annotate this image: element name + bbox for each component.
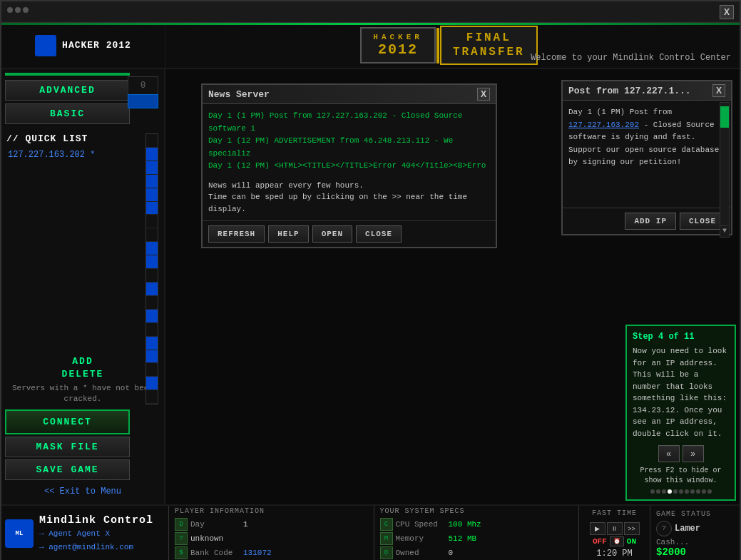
app-icon xyxy=(35,35,56,56)
scroll-seg-6 xyxy=(146,202,158,215)
scroll-seg-12 xyxy=(146,282,158,296)
delete-label: DELETE xyxy=(62,369,104,380)
post-popup-close-button[interactable]: X xyxy=(712,84,725,97)
news-item-2[interactable]: Day 1 (12 PM) ADVERTISEMENT from 46.248.… xyxy=(208,135,490,160)
news-close-button[interactable]: CLOSE xyxy=(356,225,402,243)
post-content: Day 1 (1 PM) Post from 127.227.163.202 -… xyxy=(568,106,725,169)
post-close-button[interactable]: CLOSE xyxy=(680,213,725,230)
scroll-seg-9 xyxy=(146,242,158,255)
dot-6 xyxy=(679,489,683,494)
player-info-header: Player Information xyxy=(175,507,368,515)
system-specs-header: Your System Specs xyxy=(380,507,573,515)
advanced-button[interactable]: ADVANCED xyxy=(5,80,130,101)
dot-8 xyxy=(690,489,695,494)
ff-icon: >> xyxy=(628,525,635,532)
scroll-seg-17 xyxy=(146,350,158,364)
fast-time-section: Fast Time ▶ II >> OFF ⏰ ON 1:20 PM xyxy=(579,506,650,560)
final-logo: FINAL TRANSFER xyxy=(440,26,538,64)
memory-label: Memory xyxy=(396,534,446,543)
pause-button[interactable]: II xyxy=(607,522,623,535)
sidebar-scrollbar[interactable] xyxy=(145,133,158,404)
dot-1 xyxy=(650,489,655,494)
post-popup: Post from 127.227.1... X Day 1 (1 PM) Po… xyxy=(561,80,732,235)
fast-forward-button[interactable]: >> xyxy=(624,522,640,535)
help-progress-dots xyxy=(633,489,729,494)
save-game-button[interactable]: SAVE GAME xyxy=(5,459,130,480)
news-server-popup: News Server X Day 1 (1 PM) Post from 127… xyxy=(201,83,497,248)
help-prev-button[interactable]: « xyxy=(658,445,680,462)
system-specs-section: Your System Specs C CPU Speed 100 Mhz M … xyxy=(374,506,580,560)
day-value: 1 xyxy=(243,520,248,529)
bank-icon: $ xyxy=(175,546,188,559)
title-bar: X xyxy=(1,1,740,23)
scroll-seg-7 xyxy=(146,215,158,228)
bank-code-label: Bank Code xyxy=(190,549,240,557)
bank-code-value: 131072 xyxy=(243,549,272,557)
sidebar: ADVANCED BASIC 0 // QUICK LIST 127.227.1… xyxy=(1,69,165,504)
scroll-seg-20 xyxy=(146,390,158,404)
cpu-icon: C xyxy=(380,518,393,531)
dot-3 xyxy=(662,489,666,494)
off-label: OFF xyxy=(593,537,607,546)
quick-list-item[interactable]: 127.227.163.202 * xyxy=(5,148,160,161)
news-notice: News will appear every few hours. Time c… xyxy=(208,180,490,215)
counter-display: 0 xyxy=(128,76,158,95)
logo-divider xyxy=(436,28,439,63)
center-panel: News Server X Day 1 (1 PM) Post from 127… xyxy=(165,69,740,504)
news-popup-content: Day 1 (1 PM) Post from 127.227.163.202 -… xyxy=(203,104,496,220)
help-button[interactable]: HELP xyxy=(268,225,308,243)
agent-email-text: agent@mindlink.com xyxy=(48,543,133,551)
news-item-3[interactable]: Day 1 (12 PM) <HTML><TITLE></TITLE>Error… xyxy=(208,160,490,173)
post-scrollbar[interactable]: ▼ xyxy=(720,102,730,238)
scroll-seg-18 xyxy=(146,363,158,377)
exit-link-container: << Exit to Menu xyxy=(5,484,160,497)
scroll-seg-2 xyxy=(146,148,158,161)
add-label: ADD xyxy=(72,356,93,367)
scroll-seg-10 xyxy=(146,255,158,269)
help-step: Step 4 of 11 xyxy=(633,332,729,342)
app-info-section: ML Mindlink Control → Agent Agent X → ag… xyxy=(5,506,169,560)
post-day-text: Day 1 (1 PM) Post from xyxy=(568,108,672,116)
header-area: HACKER 2012 HACKER 2012 FINAL TRANSFER W… xyxy=(1,23,740,69)
help-next-button[interactable]: » xyxy=(683,445,704,462)
scroll-seg-1 xyxy=(146,134,158,148)
play-button[interactable]: ▶ xyxy=(590,522,605,535)
hacker-logo: HACKER 2012 xyxy=(360,27,436,63)
day-icon: D xyxy=(175,518,188,531)
arrow-icon-2: → xyxy=(39,543,48,551)
logo-wrapper: HACKER 2012 FINAL TRANSFER xyxy=(360,26,537,64)
counter-blue-bar xyxy=(128,94,158,108)
dot1 xyxy=(7,7,13,13)
add-ip-button[interactable]: ADD IP xyxy=(625,213,676,230)
fast-time-header: Fast Time xyxy=(592,509,637,517)
dot-2 xyxy=(656,489,660,494)
agent-name-text: Agent Agent X xyxy=(48,529,110,538)
news-popup-title: News Server xyxy=(208,89,270,100)
news-item-1[interactable]: Day 1 (1 PM) Post from 127.227.163.202 -… xyxy=(208,110,490,135)
open-button[interactable]: OPEN xyxy=(312,225,352,243)
post-popup-footer: ADD IP CLOSE xyxy=(563,208,731,234)
scroll-seg-16 xyxy=(146,337,158,350)
player-name: Lamer xyxy=(675,524,700,534)
owned-value: 0 xyxy=(449,549,454,557)
window-close-button[interactable]: X xyxy=(720,5,734,19)
scroll-down-arrow[interactable]: ▼ xyxy=(720,225,729,235)
time-icon: ⏰ xyxy=(610,536,624,546)
news-popup-close-button[interactable]: X xyxy=(477,88,490,101)
news-popup-titlebar: News Server X xyxy=(203,85,496,104)
news-popup-footer: REFRESH HELP OPEN CLOSE xyxy=(203,220,496,247)
scroll-seg-11 xyxy=(146,269,158,282)
dot-11 xyxy=(707,489,712,494)
memory-value: 512 MB xyxy=(449,534,477,543)
post-popup-content: Day 1 (1 PM) Post from 127.227.163.202 -… xyxy=(563,101,731,208)
connect-button[interactable]: CONNECT xyxy=(5,409,130,434)
refresh-button[interactable]: REFRESH xyxy=(208,225,265,243)
mask-file-button[interactable]: MASK FILE xyxy=(5,437,130,457)
basic-button[interactable]: BASIC xyxy=(5,103,130,124)
news-notice-line1: News will appear every few hours. xyxy=(208,180,490,192)
help-f2-note: Press F2 to hide or show this window. xyxy=(633,466,729,486)
post-popup-title: Post from 127.227.1... xyxy=(568,86,691,96)
agent-name: → Agent Agent X xyxy=(39,528,153,540)
exit-to-menu-link[interactable]: << Exit to Menu xyxy=(44,484,121,499)
post-ip-link[interactable]: 127.227.163.202 xyxy=(568,121,639,129)
